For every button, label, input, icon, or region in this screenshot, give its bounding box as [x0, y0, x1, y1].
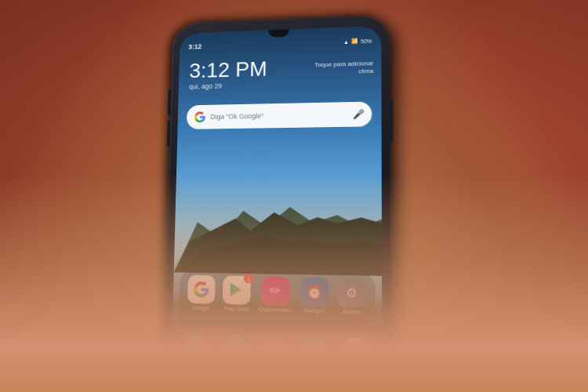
gallery-dock-icon[interactable]: 🖼	[302, 336, 326, 361]
phone-screen: 3:12 ▲ 📶 50% 3:12 PM qui, ago 29 Toque p…	[172, 26, 383, 376]
camera-dock-icon[interactable]: 📷	[263, 335, 287, 360]
google-label: Google	[192, 305, 209, 311]
clock-time: 3:12 PM	[189, 59, 267, 82]
phone-dock-icon[interactable]: 📞	[185, 332, 209, 358]
quickmemo-icon: ✏	[261, 276, 290, 306]
weather-tap-text[interactable]: Toque para adicionar clima	[303, 60, 373, 78]
mic-icon[interactable]: 🎤	[353, 109, 364, 120]
app-row-1: Google	[183, 275, 370, 315]
app-relogio[interactable]: ⏰ Relógio	[299, 277, 328, 314]
app-google[interactable]: Google	[187, 275, 216, 311]
phone-icon: 📞	[191, 338, 204, 351]
scene: 3:12 ▲ 📶 50% 3:12 PM qui, ago 29 Toque p…	[0, 0, 588, 392]
app-dock: Google	[178, 270, 376, 368]
google-icon	[187, 275, 216, 304]
mountains	[174, 180, 382, 276]
playstore-badge: 1	[244, 274, 253, 283]
status-icons: ▲ 📶 50%	[343, 38, 372, 45]
app-playstore[interactable]: 1 Play Store	[223, 276, 251, 312]
chrome-dock-icon[interactable]	[343, 337, 367, 363]
app-quickmemo[interactable]: ✏ Quickmemo+	[259, 276, 292, 313]
google-search-bar[interactable]: Diga "Ok Google" 🎤	[187, 101, 372, 129]
google-logo	[194, 111, 205, 124]
chrome-icon	[347, 343, 362, 358]
messages-icon: 💬	[229, 339, 242, 353]
relogio-label: Relógio	[304, 308, 323, 314]
clock-widget[interactable]: 3:12 PM qui, ago 29	[189, 59, 267, 91]
ajustes-icon: ⚙	[337, 278, 366, 307]
wifi-icon: 📶	[351, 38, 358, 45]
ajustes-label: Ajustes	[342, 309, 361, 315]
phone-body: 3:12 ▲ 📶 50% 3:12 PM qui, ago 29 Toque p…	[164, 15, 391, 387]
playstore-label: Play Store	[224, 306, 249, 312]
playstore-icon: 1	[223, 276, 251, 305]
relogio-icon: ⏰	[299, 277, 328, 307]
app-ajustes[interactable]: ⚙ Ajustes	[337, 278, 366, 315]
quickmemo-label: Quickmemo+	[259, 307, 292, 313]
battery-icon: 50%	[361, 38, 372, 43]
search-placeholder: Diga "Ok Google"	[210, 111, 348, 121]
power-button[interactable]	[390, 100, 393, 143]
volume-up-button[interactable]	[168, 89, 172, 115]
camera-icon: 📷	[267, 341, 281, 354]
messages-dock-icon[interactable]: 💬	[223, 334, 247, 359]
status-time: 3:12	[188, 43, 201, 51]
gallery-icon: 🖼	[309, 342, 321, 355]
signal-icon: ▲	[343, 38, 349, 44]
volume-down-button[interactable]	[167, 121, 171, 147]
